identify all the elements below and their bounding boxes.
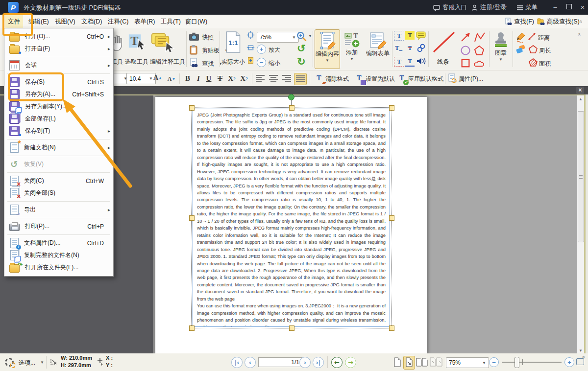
bold-button[interactable]: B <box>182 73 193 84</box>
zoom-out-label[interactable]: 缩小 <box>269 59 280 68</box>
resize-handle-middle-left[interactable] <box>189 215 195 221</box>
maximize-button[interactable] <box>564 3 574 12</box>
sticky-note-icon[interactable] <box>416 31 426 40</box>
increase-font-icon[interactable]: A▲ <box>153 73 163 83</box>
marquee-zoom-dropdown-icon[interactable]: ▼ <box>308 34 312 38</box>
clear-format-label[interactable]: 清除格式 <box>325 75 349 83</box>
edit-annotation-tool-label[interactable]: 编辑注释工具 <box>150 58 185 66</box>
rotation-handle[interactable] <box>288 94 294 100</box>
properties-label[interactable]: 属性(P)... <box>459 75 483 83</box>
set-default-label[interactable]: 设置为默认 <box>366 75 395 83</box>
menu-item-copy-full-filename[interactable]: 复制完整的文件名(N) <box>4 249 113 261</box>
menu-item-open-from[interactable]: ●打开自(F)▸ <box>4 43 113 55</box>
collapse-toolbar-icon[interactable]: « <box>577 33 583 36</box>
edit-content-button[interactable]: 编辑内容 ▼ <box>315 29 340 69</box>
apply-default-icon[interactable]: T✓ <box>397 73 407 83</box>
app-menu-button[interactable]: 菜单 <box>517 3 538 12</box>
previous-view-button[interactable]: ← <box>331 357 343 368</box>
menu-item-print[interactable]: 打印(P)...Ctrl+P <box>4 220 113 232</box>
superscript-button[interactable]: X2 <box>239 73 249 84</box>
find-button[interactable]: 查找(F) <box>505 17 534 26</box>
select-tool-icon[interactable]: T <box>127 32 147 52</box>
pencil-tool-icon[interactable] <box>515 32 526 43</box>
actual-size-label[interactable]: 实际大小 <box>221 58 245 66</box>
snapshot-icon[interactable] <box>189 32 199 42</box>
menu-window[interactable]: 窗口(W) <box>182 15 210 28</box>
zoom-in-slider-icon[interactable]: + <box>564 357 574 367</box>
resize-handle-top-center[interactable] <box>289 105 294 111</box>
options-dropdown-icon[interactable]: ▼ <box>40 360 44 365</box>
zoom-out-slider-icon[interactable]: − <box>489 357 499 367</box>
resize-handle-top-left[interactable] <box>189 105 195 111</box>
menu-item-export[interactable]: →导出▸ <box>4 204 113 216</box>
clipboard-icon[interactable] <box>189 45 199 55</box>
align-justify-button[interactable] <box>294 73 307 85</box>
add-button[interactable]: T 添加 ▼ <box>341 29 363 68</box>
scroll-up-icon[interactable]: ▲ <box>577 95 584 103</box>
advanced-find-button[interactable]: 高级查找(S) <box>537 17 580 26</box>
collapse-statusbar-icon[interactable]: « <box>581 356 586 359</box>
options-label[interactable]: 选项... <box>19 359 35 367</box>
next-page-button[interactable]: › <box>299 357 311 368</box>
clear-format-icon[interactable]: T▰ <box>314 73 324 83</box>
fit-width-icon[interactable] <box>246 44 255 52</box>
line-tool-icon[interactable] <box>431 30 457 54</box>
last-page-button[interactable]: ›| <box>313 357 324 368</box>
first-page-button[interactable]: |‹ <box>231 357 243 368</box>
edit-form-button[interactable]: 编辑表单 <box>365 29 391 68</box>
resize-handle-bottom-center[interactable] <box>289 325 294 331</box>
underline-text-icon[interactable]: T <box>405 57 415 67</box>
sound-icon[interactable] <box>416 56 426 66</box>
text-field-tool-icon[interactable]: T <box>394 57 404 67</box>
zoom-out-icon[interactable]: − <box>257 58 266 67</box>
pdf-page[interactable]: JPEG (Joint Photographic Experts Group) … <box>155 97 427 354</box>
eraser-tool-icon[interactable] <box>515 45 526 54</box>
facing-pages-view-button[interactable] <box>416 356 428 369</box>
selected-text-block[interactable]: JPEG (Joint Photographic Experts Group) … <box>191 107 392 328</box>
login-button[interactable]: 注册/登录 <box>471 3 506 12</box>
resize-handle-bottom-right[interactable] <box>389 325 394 331</box>
fit-page-icon[interactable] <box>246 31 255 39</box>
italic-button[interactable]: I <box>193 73 204 84</box>
zoom-level-combobox[interactable]: 75%▼ <box>257 32 299 43</box>
next-view-button[interactable]: → <box>345 357 356 368</box>
align-left-button[interactable] <box>254 73 266 84</box>
stamp-button[interactable]: 图章 ▼ <box>491 29 511 68</box>
find-tool-icon[interactable] <box>189 58 199 68</box>
snapshot-label[interactable]: 快照 <box>202 33 214 42</box>
perimeter-label[interactable]: 周长 <box>539 46 551 55</box>
close-document-icon[interactable]: × <box>576 87 584 94</box>
facing-continuous-view-button[interactable] <box>429 356 443 369</box>
menu-item-open-containing-folder[interactable]: ↷打开所在文件夹(F)... <box>4 261 113 274</box>
actual-size-icon[interactable]: 1:1 <box>224 31 242 53</box>
menu-comment[interactable]: 注释(C) <box>105 15 131 28</box>
set-default-icon[interactable]: T <box>354 73 364 83</box>
zoom-slider-thumb[interactable] <box>514 357 519 368</box>
subscript-button[interactable]: X2 <box>226 73 237 84</box>
menu-item-document-properties[interactable]: i文档属性(D)...Ctrl+D <box>4 237 113 249</box>
font-size-combobox[interactable]: 10.4▼ <box>126 73 156 84</box>
distance-label[interactable]: 距离 <box>538 34 550 42</box>
menu-view[interactable]: 视图(V) <box>52 15 78 28</box>
scrollbar-thumb[interactable] <box>578 111 584 242</box>
resize-handle-middle-right[interactable] <box>389 215 394 221</box>
select-tool-label[interactable]: 选取工具 <box>125 58 148 66</box>
resize-handle-bottom-left[interactable] <box>189 325 195 331</box>
loupe-tool-icon[interactable] <box>576 358 584 365</box>
zoom-slider-track[interactable] <box>502 362 562 363</box>
align-right-button[interactable] <box>281 73 293 84</box>
zoom-in-icon[interactable]: + <box>257 45 266 54</box>
collapse-menubar-icon[interactable]: « <box>578 20 584 23</box>
close-window-button[interactable]: × <box>577 3 588 12</box>
page-number-input[interactable]: 1/1 <box>258 357 302 367</box>
previous-page-button[interactable]: ‹ <box>245 357 256 368</box>
options-gear-icon[interactable] <box>5 358 14 369</box>
resize-handle-top-right[interactable] <box>389 105 394 111</box>
perimeter-tool-icon[interactable] <box>528 45 538 54</box>
menu-form[interactable]: 表单(R) <box>131 15 158 28</box>
marquee-zoom-icon[interactable] <box>296 31 307 42</box>
align-center-button[interactable] <box>268 73 279 84</box>
strikethrough-text-icon[interactable]: T <box>405 44 415 52</box>
zoom-in-label[interactable]: 放大 <box>269 46 280 54</box>
link-icon[interactable] <box>416 43 426 53</box>
